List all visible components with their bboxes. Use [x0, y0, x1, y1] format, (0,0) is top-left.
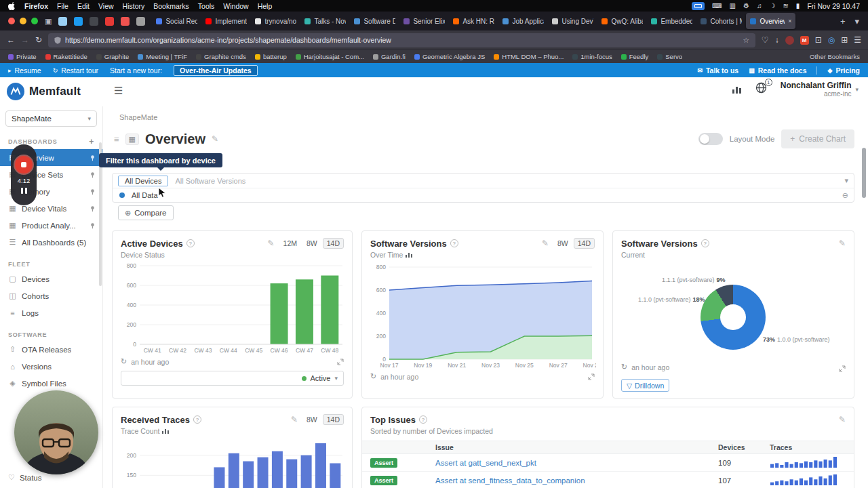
sidebar-item-versions[interactable]: ⌂Versions: [0, 358, 102, 375]
pause-recording-button[interactable]: [21, 188, 27, 194]
refresh-icon[interactable]: ↻: [621, 363, 627, 371]
puzzle-extension-icon[interactable]: ⊡: [815, 35, 822, 45]
issue-link[interactable]: Assert at gatt_send_next_pkt: [435, 459, 718, 467]
tab-senior-elixir[interactable]: Senior Elixir: [399, 12, 449, 30]
compare-button[interactable]: ⊕Compare: [118, 205, 174, 220]
range-14d[interactable]: 14D: [574, 238, 595, 249]
read-docs-link[interactable]: ▤Read the docs: [749, 66, 806, 75]
audio-icon[interactable]: ♫: [757, 2, 762, 9]
bookmark-1min-focus[interactable]: 1min-focus: [572, 53, 612, 60]
sidebar-toggle-icon[interactable]: ☰: [114, 85, 123, 97]
close-window-button[interactable]: [8, 18, 15, 24]
moon-icon[interactable]: ☽: [770, 2, 776, 9]
bookmark-batterup[interactable]: batterup: [255, 53, 287, 60]
pinned-tab-4[interactable]: [105, 17, 114, 26]
breadcrumb[interactable]: ShapeMate: [119, 113, 157, 121]
expand-icon[interactable]: [839, 365, 846, 372]
bookmark-meeting-tfif[interactable]: Meeting | TFiF: [138, 53, 187, 60]
extensions-grid-icon[interactable]: ⊞: [841, 35, 848, 45]
tab-implementin[interactable]: Implementin: [201, 12, 251, 30]
help-icon[interactable]: ?: [186, 239, 195, 247]
extension-atom-icon[interactable]: ◎: [828, 35, 835, 45]
forward-button[interactable]: →: [21, 35, 29, 45]
drilldown-button[interactable]: ▽Drilldown: [621, 379, 669, 392]
remove-filter-icon[interactable]: ⊖: [842, 191, 848, 200]
bookmark-graphite[interactable]: Graphite: [96, 53, 129, 60]
edit-chart-icon[interactable]: ✎: [839, 415, 846, 424]
minimize-window-button[interactable]: [20, 18, 26, 24]
pinned-tab-5[interactable]: [121, 17, 130, 26]
talk-to-us-link[interactable]: ✉Talk to us: [697, 66, 738, 75]
expand-icon[interactable]: [588, 373, 595, 380]
range-14d[interactable]: 14D: [323, 238, 344, 249]
range-8w[interactable]: 8W: [302, 414, 321, 425]
chevron-down-icon[interactable]: ▾: [844, 176, 848, 185]
range-8w[interactable]: 8W: [302, 238, 321, 249]
range-8w[interactable]: 8W: [553, 238, 572, 249]
app-menu-icon[interactable]: ☰: [854, 35, 861, 45]
tab-software-de[interactable]: Software De: [350, 12, 399, 30]
refresh-icon[interactable]: ↻: [121, 357, 127, 366]
globe-menu[interactable]: 1: [755, 82, 767, 96]
bookmark-star-icon[interactable]: ☆: [743, 36, 749, 44]
user-menu[interactable]: Nonchalant Griffin acme-inc ▾: [781, 81, 859, 98]
expand-icon[interactable]: [337, 359, 344, 365]
extension-m-icon[interactable]: M: [800, 36, 809, 45]
new-tab-button[interactable]: +: [835, 16, 850, 26]
edit-chart-icon[interactable]: ✎: [267, 239, 274, 248]
menu-history[interactable]: History: [123, 2, 145, 10]
pinned-tab-6[interactable]: [136, 17, 145, 26]
create-chart-button[interactable]: +Create Chart: [781, 129, 854, 148]
display-icon[interactable]: ▥: [730, 2, 736, 9]
edit-chart-icon[interactable]: ✎: [542, 239, 549, 248]
bookmark-graphite-cmds[interactable]: Graphite cmds: [196, 53, 246, 60]
edit-chart-icon[interactable]: ✎: [291, 415, 298, 424]
menu-file[interactable]: File: [57, 2, 68, 10]
keyboard-icon[interactable]: ⌨: [712, 2, 722, 9]
stop-recording-button[interactable]: [15, 156, 33, 174]
tab-embedded-o[interactable]: Embedded O: [647, 12, 696, 30]
edit-title-icon[interactable]: ✎: [212, 134, 218, 144]
bookmark-harjoitusajat-com[interactable]: Harjoitusajat - Com...: [296, 53, 364, 60]
tour-chip[interactable]: Over-the-Air Updates: [174, 65, 258, 76]
restart-tour-button[interactable]: ↻Restart tour: [53, 66, 98, 75]
tab-list-dropdown[interactable]: ▾: [850, 16, 864, 26]
sidebar-item-status[interactable]: ♡ Status: [8, 473, 41, 482]
url-bar[interactable]: https://demo.memfault.com/organizations/…: [48, 33, 755, 47]
tab-using-devto[interactable]: Using DevTo: [548, 12, 597, 30]
help-icon[interactable]: ?: [419, 415, 427, 424]
back-button[interactable]: ←: [7, 35, 15, 45]
tab-trynova-nov[interactable]: trynova/nov: [251, 12, 300, 30]
firefox-view-button[interactable]: ▣: [45, 17, 52, 26]
pocket-heart-icon[interactable]: ♡: [762, 35, 769, 45]
help-icon[interactable]: ?: [193, 415, 201, 424]
pinned-tab-3[interactable]: [90, 17, 98, 26]
reload-button[interactable]: ↻: [35, 35, 42, 45]
tab-cohorts-m[interactable]: Cohorts | M: [696, 12, 746, 30]
tab-qwq-alibab[interactable]: QwQ: Alibab: [597, 12, 647, 30]
menu-bookmarks[interactable]: Bookmarks: [153, 2, 189, 10]
edit-chart-icon[interactable]: ✎: [839, 239, 846, 248]
gear-icon[interactable]: ⚙: [743, 2, 749, 9]
downloads-icon[interactable]: ↓: [775, 35, 779, 45]
bookmark-feedly[interactable]: Feedly: [621, 53, 649, 60]
wifi-icon[interactable]: ≋: [783, 2, 788, 9]
tab-close-icon[interactable]: ×: [788, 18, 791, 24]
zoom-window-button[interactable]: [31, 18, 38, 24]
bookmark-rakettitiede[interactable]: Rakettitiede: [45, 53, 87, 60]
bookmark-geometric-algebra-js[interactable]: Geometric Algebra JS: [414, 53, 485, 60]
menu-window[interactable]: Window: [223, 2, 248, 10]
add-dashboard-button[interactable]: +: [89, 137, 94, 146]
tab-ask-hn-re[interactable]: Ask HN: Re: [449, 12, 498, 30]
sidebar-item-ota-releases[interactable]: ⇧OTA Releases: [0, 341, 102, 358]
page-scrollbar[interactable]: [862, 148, 866, 198]
menu-view[interactable]: View: [98, 2, 114, 10]
sidebar-item-logs[interactable]: ≡Logs: [0, 304, 102, 321]
all-data-label[interactable]: All Data: [132, 191, 158, 199]
resume-tour-button[interactable]: ▸Resume: [8, 66, 41, 75]
issue-link[interactable]: Assert at send_fitness_data_to_companion: [435, 476, 718, 485]
menu-firefox[interactable]: Firefox: [24, 2, 48, 10]
pinned-tab-2[interactable]: [74, 17, 83, 26]
battery-icon[interactable]: ▮: [796, 2, 800, 9]
other-bookmarks[interactable]: Other Bookmarks: [810, 53, 860, 60]
